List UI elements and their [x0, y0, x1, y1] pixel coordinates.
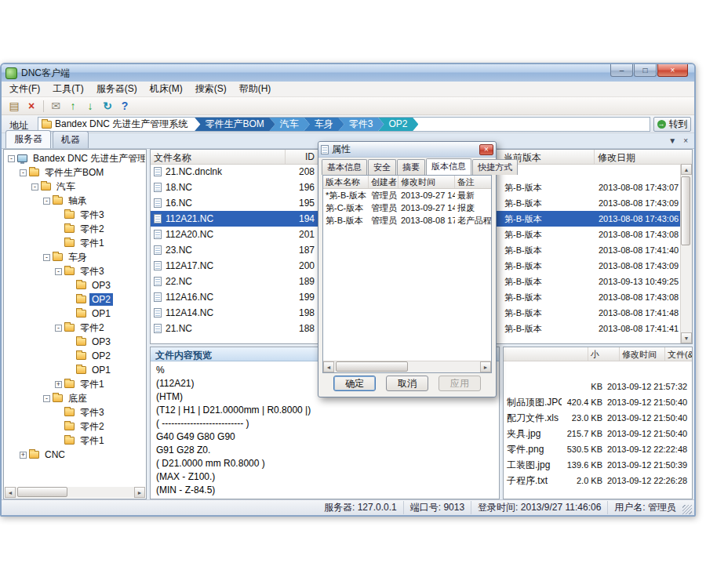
column-header-modify-time[interactable]: 修改时间 — [398, 176, 455, 188]
maximize-button[interactable]: □ — [634, 64, 657, 77]
breadcrumb-segment-3[interactable]: 零件3 — [338, 117, 384, 132]
column-header-version-name[interactable]: 版本名称 — [323, 176, 369, 188]
column-header-note[interactable]: 备注 — [455, 176, 491, 188]
tree-item[interactable]: -底座 — [5, 391, 145, 405]
attachment-row[interactable]: 制品顶图.JPG420.4 KB2013-09-12 21:50:40 — [504, 394, 692, 410]
column-header-id[interactable]: ID — [286, 150, 318, 164]
cancel-button[interactable]: 取消 — [386, 376, 428, 391]
tree-item[interactable]: 零件1 — [5, 236, 145, 250]
close-panel-icon[interactable]: × — [683, 136, 688, 145]
tree-item[interactable]: -零件3 — [5, 264, 145, 278]
mail-icon[interactable]: ✉ — [47, 98, 64, 114]
address-field[interactable]: Bandex DNC 先进生产管理系统 零件生产BOM汽车车身零件3OP2 — [38, 117, 650, 132]
tree-item[interactable]: 零件3 — [5, 208, 145, 222]
column-header-creator[interactable]: 创建者 — [369, 176, 398, 188]
scroll-right-icon[interactable]: ► — [480, 361, 491, 372]
expander-icon[interactable]: - — [43, 198, 50, 205]
expander-icon[interactable]: - — [43, 395, 50, 402]
tree-item[interactable]: OP2 — [5, 292, 145, 307]
title-bar[interactable]: DNC客户端 – □ × — [2, 64, 694, 82]
column-header-size[interactable]: 小 — [588, 347, 620, 361]
dialog-tab-4[interactable]: 快捷方式 — [472, 159, 518, 175]
tree-item[interactable]: -Bandex DNC 先进生产管理系统 — [5, 151, 145, 165]
menu-item-1[interactable]: 工具(T) — [46, 81, 89, 97]
file-list-scrollbar[interactable]: ▲ ▼ — [680, 164, 692, 343]
dialog-tab-0[interactable]: 基本信息 — [322, 159, 367, 175]
tree-horizontal-scrollbar[interactable]: ◄ ► — [5, 487, 145, 498]
go-button[interactable]: → 转到 — [653, 117, 691, 132]
close-button[interactable]: × — [657, 64, 688, 77]
tree-item[interactable]: OP1 — [5, 363, 145, 377]
scroll-up-icon[interactable]: ▲ — [681, 164, 692, 175]
upload-icon[interactable]: ↑ — [64, 98, 82, 114]
attachment-row[interactable]: KB2013-09-12 21:57:32 — [504, 379, 692, 394]
column-header-attachment-name[interactable] — [504, 347, 588, 361]
scroll-left-icon[interactable]: ◄ — [5, 487, 16, 498]
expander-icon[interactable]: - — [43, 254, 50, 261]
dialog-close-icon[interactable]: × — [479, 144, 493, 155]
tab-1[interactable]: 机器 — [53, 131, 89, 148]
attachment-row[interactable]: 子程序.txt2.0 KB2013-09-12 22:26:28 — [504, 473, 692, 488]
tab-0[interactable]: 服务器 — [5, 130, 51, 148]
attachment-row[interactable]: 工装图.jpg139.6 KB2013-09-12 21:50:39 — [504, 457, 692, 473]
tree-item[interactable]: -车身 — [5, 250, 145, 264]
tree-item[interactable]: OP2 — [5, 349, 145, 363]
menu-item-3[interactable]: 机床(M) — [144, 81, 189, 97]
breadcrumb-segment-0[interactable]: 零件生产BOM — [194, 117, 275, 132]
scroll-track[interactable] — [681, 175, 692, 332]
expander-icon[interactable]: - — [31, 183, 38, 191]
ok-button[interactable]: 确定 — [333, 376, 376, 391]
tree-item[interactable]: 零件1 — [5, 434, 145, 448]
expander-icon[interactable]: - — [8, 155, 15, 162]
tree-item[interactable]: OP3 — [5, 335, 145, 349]
scroll-thumb[interactable] — [681, 176, 690, 245]
dialog-tab-2[interactable]: 摘要 — [397, 159, 425, 175]
version-row[interactable]: 第-C-版本管理员2013-09-27 14:..报废 — [323, 201, 491, 214]
tree-item[interactable]: +CNC — [5, 448, 145, 462]
tree-item[interactable]: 零件3 — [5, 405, 145, 419]
scroll-left-icon[interactable]: ◄ — [323, 361, 334, 372]
scroll-track[interactable] — [334, 361, 480, 372]
expander-icon[interactable]: + — [20, 452, 27, 459]
resize-grip[interactable] — [682, 505, 692, 514]
scroll-thumb[interactable] — [336, 361, 408, 372]
scroll-track[interactable] — [16, 487, 134, 498]
expander-icon[interactable]: - — [55, 325, 62, 332]
tree-item[interactable]: OP1 — [5, 307, 145, 321]
delete-icon[interactable]: × — [23, 98, 40, 114]
minimize-button[interactable]: – — [610, 64, 633, 77]
dialog-horizontal-scrollbar[interactable]: ◄ ► — [323, 361, 491, 372]
version-row[interactable]: *第-B-版本管理员2013-09-27 14:..最新 — [323, 189, 491, 201]
column-header-file[interactable]: 文件(& — [665, 347, 692, 361]
dialog-tab-3[interactable]: 版本信息 — [426, 158, 471, 175]
tree-item[interactable]: 零件2 — [5, 419, 145, 434]
tree-item[interactable]: -零件2 — [5, 321, 145, 335]
version-row[interactable]: 第-B-版本管理员2013-08-08 17:..老产品程序 — [323, 214, 491, 227]
menu-item-5[interactable]: 帮助(H) — [233, 81, 278, 97]
scroll-thumb[interactable] — [17, 487, 67, 497]
attachment-row[interactable]: 零件.png530.5 KB2013-09-12 22:22:48 — [504, 441, 692, 457]
tree-item[interactable]: 零件2 — [5, 222, 145, 236]
paste-icon[interactable]: ▤ — [5, 98, 23, 114]
column-header-filename[interactable]: 文件名称 — [151, 150, 286, 164]
menu-item-2[interactable]: 服务器(S) — [90, 81, 144, 97]
column-header-date[interactable]: 修改日期 — [595, 150, 692, 164]
tree-item[interactable]: -轴承 — [5, 194, 145, 208]
dialog-title-bar[interactable]: 属性 × — [318, 142, 496, 158]
attachment-row[interactable]: 配刀文件.xls23.0 KB2013-09-12 21:50:40 — [504, 410, 692, 426]
dialog-tab-1[interactable]: 安全 — [368, 159, 396, 175]
expander-icon[interactable]: - — [55, 268, 62, 275]
menu-item-0[interactable]: 文件(F) — [3, 81, 46, 97]
help-icon[interactable]: ? — [116, 98, 133, 114]
tree-item[interactable]: -零件生产BOM — [5, 165, 145, 180]
tree-item[interactable]: OP3 — [5, 278, 145, 292]
expander-icon[interactable]: + — [55, 381, 62, 388]
expander-icon[interactable]: - — [20, 169, 27, 176]
chevron-down-icon[interactable]: ▼ — [668, 136, 676, 145]
menu-item-4[interactable]: 搜索(S) — [189, 81, 233, 97]
column-header-modified-time[interactable]: 修改时间 — [620, 347, 665, 361]
download-icon[interactable]: ↓ — [82, 98, 99, 114]
tree-item[interactable]: -汽车 — [5, 180, 145, 194]
refresh-icon[interactable]: ↻ — [99, 98, 116, 114]
attachment-row[interactable]: 夹具.jpg215.7 KB2013-09-12 21:50:40 — [504, 426, 692, 441]
